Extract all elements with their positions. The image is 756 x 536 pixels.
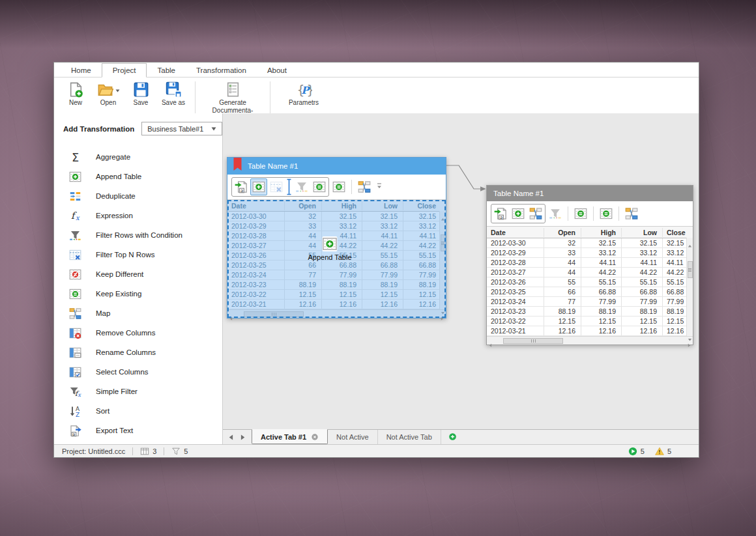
- scrollbar-thumb[interactable]: [244, 311, 304, 317]
- vertical-scrollbar[interactable]: [686, 238, 693, 336]
- transformation-item-aggregate[interactable]: Σ Aggregate: [63, 147, 222, 167]
- funnel-bars-button[interactable]: [293, 178, 310, 195]
- horizontal-scrollbar[interactable]: [487, 336, 693, 345]
- grid-x-button[interactable]: [268, 178, 285, 195]
- transformation-item-filter-top-n-rows[interactable]: Filter Top N Rows: [63, 245, 222, 264]
- doc-import-button[interactable]: a: [492, 205, 509, 222]
- column-header-low[interactable]: Low: [362, 201, 403, 210]
- document-tab-active-tab-1[interactable]: Active Tab #1: [252, 429, 328, 444]
- scroll-left-icon[interactable]: [489, 339, 492, 343]
- ribbon-tab-about[interactable]: About: [257, 64, 297, 77]
- table-row[interactable]: 2012-03-256666.8866.8866.88: [227, 261, 446, 270]
- table-row[interactable]: 2012-03-2212.1512.1512.1512.15: [487, 317, 693, 326]
- table-cell: 32: [285, 212, 322, 221]
- transformation-item-keep-different[interactable]: Keep Different: [63, 264, 222, 284]
- column-header-open[interactable]: Open: [544, 228, 581, 237]
- tab-scroll-left-icon[interactable]: [229, 434, 233, 440]
- chevron-down-icon[interactable]: [115, 87, 120, 91]
- transformation-item-expression[interactable]: fx Expression: [63, 206, 222, 225]
- scrollbar-thumb[interactable]: [688, 261, 693, 278]
- table-row[interactable]: 2012-03-265555.1555.1555.15: [487, 277, 693, 287]
- document-tab-not-active-tab[interactable]: Not Active Tab: [378, 430, 441, 444]
- table-row[interactable]: 2012-03-303232.1532.1532.15: [487, 238, 693, 248]
- column-header-open[interactable]: Open: [285, 201, 322, 210]
- column-header-high[interactable]: High: [581, 228, 622, 237]
- ribbon-tab-transformation[interactable]: Transformation: [186, 64, 257, 77]
- scroll-down-icon[interactable]: [441, 305, 445, 309]
- table-row[interactable]: 2012-03-284444.1144.1144.11: [487, 258, 693, 268]
- generate-docummenta-button[interactable]: Generate Docummenta-: [201, 79, 265, 115]
- column-header-low[interactable]: Low: [622, 228, 663, 237]
- grid-plus-button[interactable]: [250, 178, 267, 195]
- ribbon-tab-project[interactable]: Project: [102, 63, 147, 78]
- source-table-window[interactable]: Table Name #1 a DateOpenHighLowClose2012…: [227, 157, 446, 318]
- funnel-bars-button[interactable]: [547, 205, 564, 222]
- map-button[interactable]: [623, 205, 640, 222]
- grid-eq-button[interactable]: [311, 178, 328, 195]
- transformation-item-select-columns[interactable]: Select Columns: [63, 362, 222, 382]
- scrollbar-thumb[interactable]: [503, 338, 563, 344]
- grid-eq-button[interactable]: [598, 205, 615, 222]
- table-row[interactable]: 2012-03-303232.1532.1532.15: [227, 212, 446, 221]
- grid-eq-button[interactable]: [572, 205, 589, 222]
- close-tab-icon[interactable]: [311, 433, 319, 441]
- transformation-item-deduplicate[interactable]: Deduplicate: [63, 186, 222, 206]
- result-table-window[interactable]: Table Name #1 a DateOpenHighLowClose2012…: [486, 185, 693, 345]
- ribbon-tab-home[interactable]: Home: [61, 64, 102, 77]
- table-row[interactable]: 2012-03-274444.2244.2244.22: [487, 268, 693, 277]
- new-button[interactable]: New: [59, 79, 92, 115]
- table-row[interactable]: 2012-03-2112.1612.1612.1612.16: [227, 300, 446, 309]
- table-row[interactable]: 2012-03-2112.1612.1612.1612.16: [487, 326, 693, 336]
- map-button[interactable]: [527, 205, 544, 222]
- grid-plus-icon: [323, 236, 338, 251]
- tab-scroll-right-icon[interactable]: [240, 434, 245, 440]
- scrollbar-thumb[interactable]: [441, 234, 446, 251]
- source-table-titlebar[interactable]: Table Name #1: [227, 158, 446, 175]
- map-button[interactable]: [356, 178, 373, 195]
- grid-plus-button[interactable]: [510, 205, 527, 222]
- column-header-close[interactable]: Close: [403, 201, 446, 210]
- parametrs-button[interactable]: {}P Parametrs: [276, 79, 332, 115]
- column-header-close[interactable]: Close: [663, 228, 693, 237]
- horizontal-scrollbar[interactable]: [227, 309, 446, 318]
- transformation-item-export-text[interactable]: a Export Text: [63, 421, 222, 440]
- transformation-item-sort[interactable]: AZ Sort: [63, 401, 222, 421]
- ribbon-tab-strip: HomeProjectTableTransformationAbout: [54, 63, 699, 78]
- transformation-item-remove-columns[interactable]: Remove Columns: [63, 323, 222, 343]
- transformation-item-rename-columns[interactable]: Rename Columns: [63, 343, 222, 362]
- ribbon-tab-table[interactable]: Table: [147, 64, 186, 77]
- open-button[interactable]: Open: [92, 79, 124, 115]
- column-header-date[interactable]: Date: [487, 228, 544, 237]
- table-row[interactable]: 2012-03-2212.1512.1512.1512.15: [227, 290, 446, 300]
- transformation-item-simple-filter[interactable]: fx Simple Filter: [63, 382, 222, 401]
- scroll-left-icon[interactable]: [229, 312, 233, 317]
- table-row[interactable]: 2012-03-247777.9977.9977.99: [227, 270, 446, 280]
- table-row[interactable]: 2012-03-293333.1233.1233.12: [227, 221, 446, 231]
- transformation-item-append-table[interactable]: Append Table: [63, 167, 222, 186]
- document-tab-not-active[interactable]: Not Active: [328, 430, 378, 444]
- table-row[interactable]: 2012-03-293333.1233.1233.12: [487, 248, 693, 258]
- column-header-high[interactable]: High: [322, 201, 362, 210]
- column-header-date[interactable]: Date: [227, 201, 285, 210]
- add-tab-button[interactable]: [441, 430, 464, 444]
- scroll-up-icon[interactable]: [441, 212, 445, 215]
- transformation-item-keep-existing[interactable]: Keep Existing: [63, 284, 222, 303]
- table-selector-dropdown[interactable]: Business Table#1: [141, 122, 222, 135]
- table-row[interactable]: 2012-03-2388.1988.1988.1988.19: [487, 307, 693, 317]
- table-row[interactable]: 2012-03-256666.8866.8866.88: [487, 287, 693, 297]
- result-table-titlebar[interactable]: Table Name #1: [487, 186, 693, 201]
- table-row[interactable]: 2012-03-247777.9977.9977.99: [487, 297, 693, 307]
- scroll-up-icon[interactable]: [688, 238, 692, 242]
- grid-eq-button[interactable]: [330, 178, 347, 195]
- doc-import-button[interactable]: a: [233, 178, 250, 195]
- table-row[interactable]: 2012-03-2388.1988.1988.1988.19: [227, 280, 446, 290]
- save-button[interactable]: Save: [124, 79, 157, 115]
- toolbar-overflow-icon[interactable]: [376, 180, 383, 194]
- save-as-button[interactable]: Save as: [157, 79, 190, 115]
- add-tab-icon: [448, 432, 457, 442]
- transformation-item-filter-rows-with-condition[interactable]: Filter Rows with Condition: [63, 225, 222, 245]
- col-rename-icon: [69, 346, 81, 359]
- scroll-down-icon[interactable]: [688, 332, 692, 335]
- vertical-scrollbar[interactable]: [439, 211, 446, 309]
- transformation-item-map[interactable]: Map: [63, 303, 222, 323]
